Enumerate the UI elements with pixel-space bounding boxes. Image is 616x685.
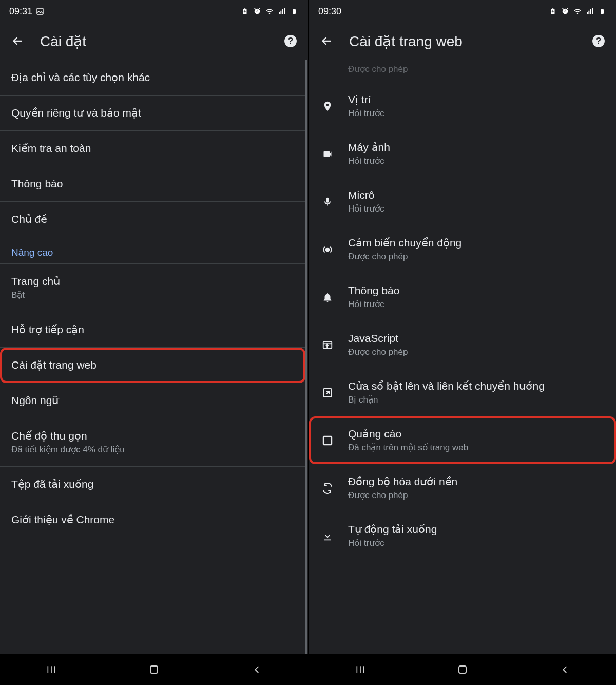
app-bar: Cài đặt ? <box>0 23 308 60</box>
cookie-icon <box>320 61 335 75</box>
image-icon <box>35 7 45 16</box>
download-icon <box>320 529 335 543</box>
signal-icon <box>277 7 286 16</box>
list-item[interactable]: Trang chủBật <box>0 263 305 312</box>
site-settings-list[interactable]: Được cho phép Vị tríHỏi trước Máy ảnhHỏi… <box>309 60 616 654</box>
status-time: 09:31 <box>9 6 32 17</box>
item-label: Quyền riêng tư và bảo mật <box>11 107 294 119</box>
list-item[interactable]: Vị tríHỏi trước <box>309 82 616 130</box>
wifi-icon <box>265 7 274 16</box>
battery-saver-icon <box>548 7 557 16</box>
alarm-icon <box>253 7 262 16</box>
battery-icon <box>598 7 607 16</box>
item-label: Thông báo <box>11 178 294 190</box>
item-label: Chế độ thu gọn <box>11 430 294 442</box>
back-button[interactable] <box>318 33 335 49</box>
item-sub: Bị chặn <box>348 394 605 405</box>
svg-point-6 <box>326 248 330 251</box>
item-sub: Được cho phép <box>348 251 605 262</box>
nav-recents[interactable] <box>31 662 72 677</box>
item-label: Cài đặt trang web <box>11 359 294 371</box>
status-bar: 09:31 <box>0 0 308 23</box>
list-item[interactable]: Quyền riêng tư và bảo mật <box>0 96 305 131</box>
sync-icon <box>320 481 335 496</box>
list-item[interactable]: Cửa sổ bật lên và liên kết chuyển hướngB… <box>309 369 616 416</box>
item-label: Tự động tải xuống <box>348 523 605 536</box>
item-sub: Hỏi trước <box>348 203 605 214</box>
list-item[interactable]: Chế độ thu gọnĐã tiết kiệm được 4% dữ li… <box>0 418 305 467</box>
nav-back[interactable] <box>236 662 277 677</box>
wifi-icon <box>573 7 582 16</box>
item-label: Tệp đã tải xuống <box>11 478 294 490</box>
screen-site-settings: 09:30 Cài đặt trang web ? Được cho phép … <box>308 0 616 685</box>
list-item[interactable]: Tệp đã tải xuống <box>0 467 305 502</box>
item-sub: Bật <box>11 290 294 300</box>
item-sub: Được cho phép <box>348 64 605 74</box>
popup-icon <box>320 386 335 400</box>
list-item[interactable]: Thông báoHỏi trước <box>309 273 616 321</box>
list-item-site-settings[interactable]: Cài đặt trang web <box>0 348 305 383</box>
mic-icon <box>320 195 335 209</box>
item-sub: Hỏi trước <box>348 108 605 119</box>
item-label: Micrô <box>348 189 605 201</box>
bell-icon <box>320 290 335 305</box>
nav-home[interactable] <box>442 662 483 677</box>
item-label: Địa chỉ và các tùy chọn khác <box>11 71 294 84</box>
camera-icon <box>320 147 335 161</box>
item-sub: Hỏi trước <box>348 156 605 166</box>
item-label: Đồng bộ hóa dưới nền <box>348 475 605 488</box>
ads-icon <box>320 433 335 448</box>
list-item[interactable]: MicrôHỏi trước <box>309 178 616 225</box>
signal-icon <box>585 7 594 16</box>
list-item-ads[interactable]: Quảng cáoĐã chặn trên một số trang web <box>309 416 616 464</box>
motion-icon <box>320 242 335 257</box>
nav-home[interactable] <box>133 662 175 677</box>
list-item[interactable]: Đồng bộ hóa dưới nềnĐược cho phép <box>309 464 616 512</box>
item-label: Máy ảnh <box>348 141 605 154</box>
nav-bar <box>0 654 308 685</box>
list-item[interactable]: Cảm biến chuyển độngĐược cho phép <box>309 225 616 273</box>
nav-recents[interactable] <box>340 662 381 677</box>
item-label: Vị trí <box>348 93 605 106</box>
list-item[interactable]: Ngôn ngữ <box>0 383 305 418</box>
item-label: Giới thiệu về Chrome <box>11 513 294 526</box>
item-label: Cảm biến chuyển động <box>348 237 605 249</box>
item-label: Cửa sổ bật lên và liên kết chuyển hướng <box>348 380 605 392</box>
app-bar: Cài đặt trang web ? <box>309 23 616 60</box>
location-icon <box>320 99 335 113</box>
item-sub: Hỏi trước <box>348 538 605 548</box>
item-label: Kiểm tra an toàn <box>11 142 294 155</box>
svg-rect-3 <box>150 666 158 673</box>
status-bar: 09:30 <box>309 0 616 23</box>
item-label: Ngôn ngữ <box>11 394 294 407</box>
list-item[interactable]: Địa chỉ và các tùy chọn khác <box>0 60 305 96</box>
item-sub: Đã chặn trên một số trang web <box>348 442 605 453</box>
list-item[interactable]: Chủ đề <box>0 202 305 237</box>
item-sub: Hỏi trước <box>348 299 605 310</box>
section-label-advanced: Nâng cao <box>0 237 305 263</box>
list-item[interactable]: Thông báo <box>0 166 305 202</box>
list-item[interactable]: JavaScriptĐược cho phép <box>309 321 616 369</box>
js-icon <box>320 338 335 352</box>
item-sub: Được cho phép <box>348 347 605 357</box>
item-sub: Được cho phép <box>348 490 605 501</box>
page-title: Cài đặt trang web <box>349 33 576 50</box>
list-item[interactable]: Kiểm tra an toàn <box>0 131 305 166</box>
page-title: Cài đặt <box>40 33 268 50</box>
list-item[interactable]: Hỗ trợ tiếp cận <box>0 312 305 348</box>
svg-text:?: ? <box>288 35 294 46</box>
settings-list[interactable]: Địa chỉ và các tùy chọn khác Quyền riêng… <box>0 60 307 654</box>
help-button[interactable]: ? <box>590 33 607 49</box>
help-button[interactable]: ? <box>282 33 299 49</box>
list-item[interactable]: Giới thiệu về Chrome <box>0 502 305 537</box>
list-item[interactable]: Tự động tải xuốngHỏi trước <box>309 512 616 551</box>
nav-back[interactable] <box>544 662 585 677</box>
list-item-truncated[interactable]: Được cho phép <box>309 60 616 82</box>
battery-saver-icon <box>240 7 249 16</box>
back-button[interactable] <box>9 33 26 49</box>
item-label: Trang chủ <box>11 275 294 288</box>
svg-rect-10 <box>459 666 466 673</box>
list-item[interactable]: Máy ảnhHỏi trước <box>309 130 616 178</box>
item-label: Hỗ trợ tiếp cận <box>11 324 294 336</box>
battery-icon <box>290 7 299 16</box>
